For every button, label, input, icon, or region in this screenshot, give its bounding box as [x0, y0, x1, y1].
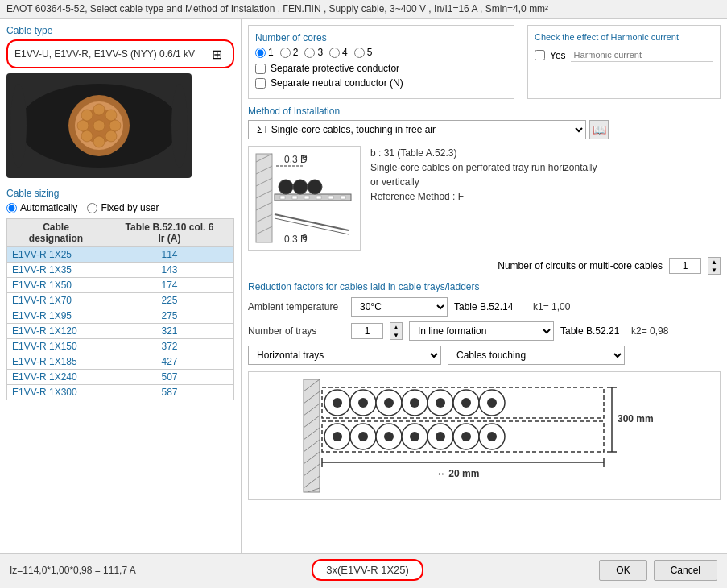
- col-designation-header: Cabledesignation: [7, 219, 105, 247]
- cable-image: [6, 73, 192, 178]
- trays-input[interactable]: [351, 323, 383, 339]
- desc1: Single-core cables on perforated tray ru…: [370, 160, 721, 175]
- table-row[interactable]: E1VV-R 1X70 225: [7, 293, 234, 308]
- cable-type-selector[interactable]: E1VV-U, E1VV-R, E1VV-S (NYY) 0.6/1 kV ⊞: [6, 39, 234, 68]
- k2-value: k2= 0,98: [631, 325, 679, 337]
- table-row[interactable]: E1VV-R 1X150 372: [7, 339, 234, 354]
- table-row[interactable]: E1VV-R 1X35 143: [7, 263, 234, 278]
- svg-text:300 mm: 300 mm: [618, 413, 654, 424]
- ok-button[interactable]: OK: [599, 560, 646, 581]
- cable-current-cell: 372: [105, 339, 234, 354]
- svg-rect-32: [341, 196, 345, 199]
- harmonic-input[interactable]: [571, 48, 713, 62]
- svg-point-11: [81, 110, 93, 121]
- harmonic-yes-label: Yes: [550, 50, 566, 61]
- core-4-label[interactable]: 4: [329, 47, 348, 58]
- svg-rect-30: [316, 196, 321, 199]
- diagram-text: b : 31 (Table A.52.3) Single-core cables…: [370, 146, 721, 251]
- core-1-label[interactable]: 1: [255, 47, 274, 58]
- method-book-icon-button[interactable]: 📖: [589, 120, 609, 139]
- cable-designation-cell: E1VV-R 1X300: [7, 385, 105, 400]
- svg-point-76: [384, 432, 394, 441]
- trays-down[interactable]: ▼: [390, 331, 402, 339]
- ambient-dropdown[interactable]: 30°C: [351, 297, 448, 317]
- method-dropdown[interactable]: ΣΤ Single-core cables, touching in free …: [248, 120, 586, 139]
- core-3-radio[interactable]: [304, 48, 315, 58]
- circuits-input[interactable]: [669, 258, 701, 274]
- table-row[interactable]: E1VV-R 1X95 275: [7, 308, 234, 324]
- svg-rect-31: [328, 196, 333, 199]
- table-row[interactable]: E1VV-R 1X240 507: [7, 370, 234, 385]
- trays-formation-dropdown[interactable]: In line formation: [409, 321, 554, 341]
- auto-radio[interactable]: [6, 203, 17, 213]
- right-panel: Number of cores 1 2 3: [242, 19, 727, 553]
- cable-designation-cell: E1VV-R 1X240: [7, 370, 105, 385]
- svg-line-36: [275, 214, 349, 230]
- svg-rect-27: [280, 196, 285, 199]
- svg-point-84: [487, 432, 497, 441]
- cable-designation-cell: E1VV-R 1X35: [7, 263, 105, 278]
- core-3-label[interactable]: 3: [304, 47, 323, 58]
- table-row[interactable]: E1VV-R 1X300 587: [7, 385, 234, 400]
- cable-type-label: Cable type: [6, 25, 234, 36]
- core-2-label[interactable]: 2: [280, 47, 299, 58]
- trays-up[interactable]: ▲: [390, 323, 402, 331]
- svg-point-82: [461, 432, 471, 441]
- left-panel: Cable type E1VV-U, E1VV-R, E1VV-S (NYY) …: [0, 19, 242, 553]
- harmonic-section: Check the effect of Harmonic current Yes: [527, 25, 721, 99]
- ambient-label: Ambient temperature: [248, 301, 345, 313]
- trays-spinner[interactable]: ▲ ▼: [390, 322, 403, 340]
- ambient-table: Table B.52.14: [454, 301, 527, 313]
- cores-section: Number of cores 1 2 3: [248, 25, 514, 99]
- k1-value: k1= 1,00: [533, 301, 581, 313]
- core-5-label[interactable]: 5: [354, 47, 373, 58]
- table-row[interactable]: E1VV-R 1X50 174: [7, 278, 234, 293]
- table-row[interactable]: E1VV-R 1X185 427: [7, 354, 234, 370]
- cable-sizing-label: Cable sizing: [6, 188, 234, 199]
- fixed-radio-label[interactable]: Fixed by user: [87, 202, 159, 213]
- cable-touching-dropdown[interactable]: Cables touching: [448, 346, 625, 365]
- svg-point-63: [461, 398, 471, 408]
- sep-protective-checkbox[interactable]: [255, 64, 266, 74]
- table-row[interactable]: E1VV-R 1X25 114: [7, 247, 234, 263]
- fixed-radio[interactable]: [87, 203, 97, 213]
- circuits-spinner[interactable]: ▲ ▼: [708, 257, 721, 275]
- svg-point-5: [105, 110, 117, 121]
- trays-label: Number of trays: [248, 325, 345, 337]
- core-5-radio[interactable]: [354, 48, 365, 58]
- title-text: ΕΛOT 60364-5-52, Select cable type and M…: [6, 3, 548, 14]
- cable-designation-cell: E1VV-R 1X120: [7, 324, 105, 339]
- core-2-radio[interactable]: [280, 48, 291, 58]
- trays-row: Number of trays ▲ ▼ In line formation Ta…: [248, 321, 721, 341]
- circuits-down[interactable]: ▼: [708, 266, 720, 274]
- cable-current-cell: 225: [105, 293, 234, 308]
- tray-orientation-dropdown[interactable]: Horizontal trays: [248, 346, 441, 365]
- cable-grid-button[interactable]: ⊞: [207, 44, 226, 64]
- cores-row: 1 2 3 4 5: [255, 47, 507, 58]
- table-row[interactable]: E1VV-R 1X120 321: [7, 324, 234, 339]
- button-group: OK Cancel: [599, 560, 717, 581]
- auto-radio-label[interactable]: Automatically: [6, 202, 77, 213]
- reduction-section: Reduction factors for cables laid in cab…: [248, 281, 721, 371]
- core-1-radio[interactable]: [255, 48, 266, 58]
- ambient-row: Ambient temperature 30°C Table B.52.14 k…: [248, 297, 721, 317]
- cable-current-cell: 174: [105, 278, 234, 293]
- core-4-radio[interactable]: [329, 48, 340, 58]
- cancel-button[interactable]: Cancel: [654, 560, 717, 581]
- cable-sizing-section: Cable sizing Automatically Fixed by user…: [6, 188, 234, 400]
- method-dropdown-row: ΣΤ Single-core cables, touching in free …: [248, 120, 721, 139]
- svg-rect-29: [304, 196, 309, 199]
- harmonic-yes-checkbox[interactable]: [535, 50, 545, 60]
- svg-point-61: [436, 398, 445, 408]
- sep-neutral-checkbox[interactable]: [255, 78, 266, 89]
- cable-arrangement-diagram: 300 mm: [248, 371, 721, 500]
- svg-point-13: [10, 84, 27, 168]
- iz-text: Iz=114,0*1,00*0,98 = 111,7 A: [10, 565, 136, 576]
- svg-point-78: [410, 432, 419, 441]
- circuits-up[interactable]: ▲: [708, 258, 720, 266]
- cable-current-cell: 114: [105, 247, 234, 263]
- method-label: Method of Installation: [248, 106, 721, 117]
- method-section: Method of Installation ΣΤ Single-core ca…: [248, 106, 721, 257]
- svg-text:e: e: [302, 231, 308, 242]
- svg-point-14: [171, 84, 188, 168]
